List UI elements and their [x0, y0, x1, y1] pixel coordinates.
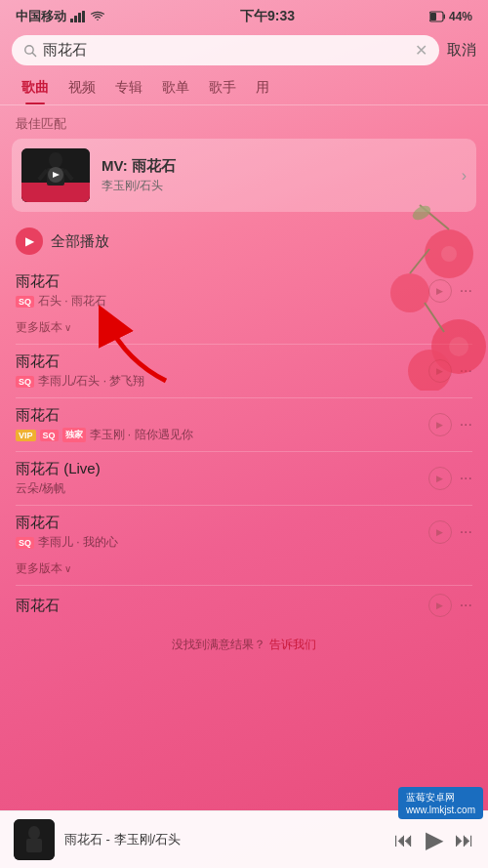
song-meta: SQ 李雨儿/石头 · 梦飞翔: [16, 373, 419, 390]
sq-badge: SQ: [16, 296, 34, 308]
sq-badge: SQ: [40, 430, 59, 441]
signal-icon: [70, 11, 86, 22]
song-info: 雨花石 SQ 李雨儿 · 我的心: [16, 514, 419, 551]
vip-badge: VIP: [16, 430, 36, 441]
tab-albums[interactable]: 专辑: [105, 71, 152, 104]
sq-badge: SQ: [16, 376, 34, 388]
best-match-arrow-icon: ›: [462, 167, 467, 185]
more-button[interactable]: ···: [460, 470, 472, 487]
carrier-label: 中国移动: [16, 8, 66, 25]
song-actions: ▶ ···: [428, 279, 472, 303]
song-item[interactable]: 雨花石 SQ 李雨儿 · 我的心 ▶ ···: [0, 506, 488, 558]
play-all-label: 全部播放: [51, 232, 109, 251]
svg-point-29: [28, 826, 40, 840]
svg-rect-0: [70, 19, 73, 22]
play-button[interactable]: ▶: [428, 359, 452, 383]
more-button[interactable]: ···: [460, 416, 472, 434]
svg-rect-30: [26, 839, 42, 852]
svg-rect-5: [443, 15, 445, 20]
svg-rect-2: [78, 13, 81, 22]
song-actions: ▶ ···: [428, 467, 472, 490]
best-match-thumbnail: [21, 148, 90, 202]
exclusive-badge: 独家: [62, 428, 86, 442]
search-icon: [23, 44, 37, 58]
best-match-label: 最佳匹配: [0, 105, 488, 139]
best-match-subtitle: 李玉刚/石头: [102, 178, 450, 194]
song-info: 雨花石 SQ 石头 · 雨花石: [16, 272, 419, 310]
tab-artists[interactable]: 歌手: [199, 71, 246, 104]
song-item[interactable]: 雨花石 SQ 李雨儿/石头 · 梦飞翔 ▶ ···: [0, 345, 488, 397]
wifi-icon: [90, 11, 105, 22]
content-area: 最佳匹配 MV: 雨花石 李玉刚/石头: [0, 105, 488, 743]
play-button[interactable]: ▶: [428, 467, 452, 490]
player-controls: ⏮ ▶ ⏭: [394, 826, 474, 853]
play-button[interactable]: ▶: [428, 279, 452, 303]
search-query: 雨花石: [43, 41, 409, 60]
tab-more[interactable]: 用: [246, 71, 279, 104]
sq-badge: SQ: [16, 537, 34, 549]
play-button[interactable]: ▶: [428, 594, 452, 617]
song-info: 雨花石: [16, 597, 419, 615]
more-button[interactable]: ···: [460, 523, 472, 541]
more-button[interactable]: ···: [460, 362, 472, 380]
play-button[interactable]: ▶: [428, 520, 452, 544]
svg-line-8: [32, 53, 36, 57]
status-left: 中国移动: [16, 8, 105, 25]
song-actions: ▶ ···: [428, 359, 472, 383]
time-label: 下午9:33: [240, 8, 295, 25]
best-match-card[interactable]: MV: 雨花石 李玉刚/石头 ›: [12, 139, 476, 212]
song-actions: ▶ ···: [428, 594, 472, 617]
svg-rect-6: [430, 13, 436, 21]
song-item[interactable]: 雨花石 SQ 石头 · 雨花石 ▶ ···: [0, 265, 488, 317]
svg-rect-1: [74, 16, 77, 22]
tab-bar: 歌曲 视频 专辑 歌单 歌手 用: [0, 71, 488, 105]
player-previous-button[interactable]: ⏮: [394, 829, 414, 851]
song-item[interactable]: 雨花石 VIP SQ 独家 李玉刚 · 陪你遇见你 ▶ ···: [0, 398, 488, 451]
watermark-badge: 蓝莓安卓网www.lmkjst.com: [398, 787, 483, 819]
song-title: 雨花石: [16, 272, 419, 291]
play-all-icon: ▶: [16, 227, 43, 255]
song-title: 雨花石: [16, 406, 419, 425]
more-versions-row[interactable]: 更多版本 ∨: [0, 317, 488, 344]
tab-videos[interactable]: 视频: [59, 71, 105, 104]
song-meta: 云朵/杨帆: [16, 480, 419, 497]
more-button[interactable]: ···: [460, 597, 472, 614]
player-info: 雨花石 - 李玉刚/石头: [64, 831, 385, 848]
status-bar: 中国移动 下午9:33 44%: [0, 0, 488, 29]
more-button[interactable]: ···: [460, 282, 472, 300]
song-item[interactable]: 雨花石 (Live) 云朵/杨帆 ▶ ···: [0, 452, 488, 505]
status-right: 44%: [429, 10, 472, 23]
song-info: 雨花石 (Live) 云朵/杨帆: [16, 460, 419, 497]
song-item[interactable]: 雨花石 ▶ ···: [0, 586, 488, 625]
search-bar: 雨花石 ✕ 取消: [0, 29, 488, 71]
best-match-title: MV: 雨花石: [102, 157, 450, 176]
search-input-wrap[interactable]: 雨花石 ✕: [12, 35, 439, 65]
song-info: 雨花石 VIP SQ 独家 李玉刚 · 陪你遇见你: [16, 406, 419, 443]
play-all-row[interactable]: ▶ 全部播放: [0, 218, 488, 265]
song-actions: ▶ ···: [428, 413, 472, 436]
player-play-button[interactable]: ▶: [426, 826, 443, 853]
player-next-button[interactable]: ⏭: [455, 829, 474, 851]
tab-songs[interactable]: 歌曲: [12, 71, 59, 104]
player-thumb-image: [14, 819, 55, 860]
tab-playlists[interactable]: 歌单: [152, 71, 199, 104]
mv-thumbnail-image: [21, 148, 90, 202]
play-button[interactable]: ▶: [428, 413, 452, 436]
song-title: 雨花石: [16, 352, 419, 371]
song-title: 雨花石 (Live): [16, 460, 419, 478]
song-title: 雨花石: [16, 597, 419, 615]
no-result-hint: 没找到满意结果？ 告诉我们: [0, 625, 488, 665]
song-meta: VIP SQ 独家 李玉刚 · 陪你遇见你: [16, 427, 419, 443]
player-thumbnail: [14, 819, 55, 860]
song-meta: SQ 石头 · 雨花石: [16, 293, 419, 310]
song-info: 雨花石 SQ 李雨儿/石头 · 梦飞翔: [16, 352, 419, 390]
song-actions: ▶ ···: [428, 520, 472, 544]
song-title: 雨花石: [16, 514, 419, 532]
no-result-link[interactable]: 告诉我们: [269, 638, 316, 651]
best-match-info: MV: 雨花石 李玉刚/石头: [102, 157, 450, 194]
cancel-button[interactable]: 取消: [447, 41, 476, 60]
search-clear-button[interactable]: ✕: [415, 41, 427, 60]
more-versions-row-2[interactable]: 更多版本 ∨: [0, 558, 488, 585]
mv-thumbnail-svg: [21, 148, 90, 202]
svg-rect-3: [82, 11, 85, 22]
